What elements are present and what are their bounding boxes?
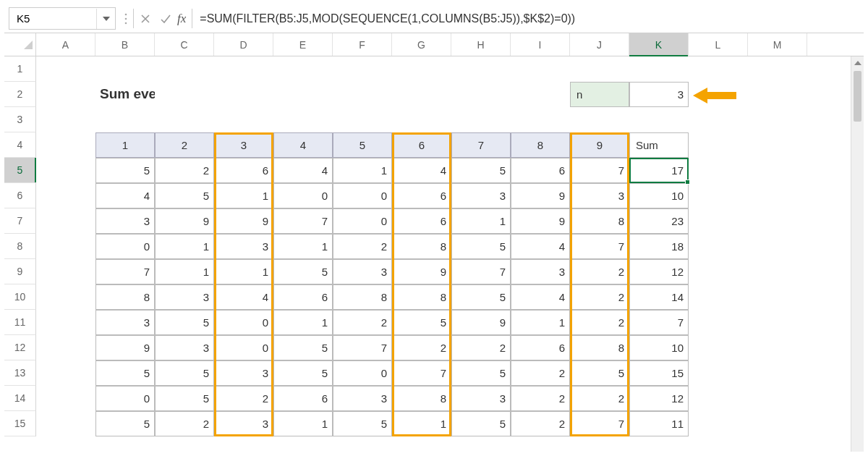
- cell-I6[interactable]: 9: [511, 183, 570, 208]
- cell-K3[interactable]: [629, 107, 689, 132]
- cell-I8[interactable]: 4: [511, 234, 570, 259]
- cell-K9[interactable]: 12: [629, 259, 689, 284]
- cell-M6[interactable]: [748, 183, 807, 208]
- cell-A2[interactable]: [36, 82, 95, 107]
- cell-C5[interactable]: 2: [155, 158, 214, 183]
- cell-K11[interactable]: 7: [629, 310, 689, 335]
- cell-G7[interactable]: 6: [392, 208, 451, 234]
- cell-J14[interactable]: 2: [570, 386, 629, 411]
- cell-H6[interactable]: 3: [451, 183, 511, 208]
- cell-I9[interactable]: 3: [511, 259, 570, 284]
- cell-M7[interactable]: [748, 208, 807, 234]
- cell-A7[interactable]: [36, 208, 95, 234]
- cell-J1[interactable]: [570, 56, 629, 82]
- row-header-3[interactable]: 3: [4, 107, 36, 132]
- row-header-8[interactable]: 8: [4, 234, 36, 259]
- cell-A12[interactable]: [36, 335, 95, 360]
- cell-M11[interactable]: [748, 310, 807, 335]
- cell-H5[interactable]: 5: [451, 158, 511, 183]
- cell-H13[interactable]: 5: [451, 360, 511, 386]
- cell-G10[interactable]: 8: [392, 284, 451, 310]
- row-header-6[interactable]: 6: [4, 183, 36, 208]
- cell-B7[interactable]: 3: [95, 208, 155, 234]
- cell-A14[interactable]: [36, 386, 95, 411]
- cell-C10[interactable]: 3: [155, 284, 214, 310]
- cell-I7[interactable]: 9: [511, 208, 570, 234]
- cell-D12[interactable]: 0: [214, 335, 273, 360]
- cell-A6[interactable]: [36, 183, 95, 208]
- cell-L2[interactable]: [689, 82, 748, 107]
- cell-J9[interactable]: 2: [570, 259, 629, 284]
- name-box-dropdown[interactable]: [96, 9, 115, 29]
- page-title[interactable]: Sum every nth column: [95, 82, 155, 107]
- cell-M4[interactable]: [748, 132, 807, 158]
- row-header-5[interactable]: 5: [4, 158, 36, 183]
- cell-E7[interactable]: 7: [273, 208, 333, 234]
- row-header-1[interactable]: 1: [4, 56, 36, 82]
- cell-F10[interactable]: 8: [333, 284, 392, 310]
- cell-D2[interactable]: [214, 82, 273, 107]
- cell-G1[interactable]: [392, 56, 451, 82]
- table-header-5[interactable]: 5: [333, 132, 392, 158]
- col-header-M[interactable]: M: [748, 33, 807, 56]
- cell-E3[interactable]: [273, 107, 333, 132]
- col-header-D[interactable]: D: [214, 33, 273, 56]
- cell-H2[interactable]: [451, 82, 511, 107]
- cell-K14[interactable]: 12: [629, 386, 689, 411]
- cell-A4[interactable]: [36, 132, 95, 158]
- cell-C7[interactable]: 9: [155, 208, 214, 234]
- cell-M13[interactable]: [748, 360, 807, 386]
- cell-M12[interactable]: [748, 335, 807, 360]
- cell-F11[interactable]: 2: [333, 310, 392, 335]
- cell-M8[interactable]: [748, 234, 807, 259]
- row-header-15[interactable]: 15: [4, 411, 36, 436]
- cell-G6[interactable]: 6: [392, 183, 451, 208]
- cell-H12[interactable]: 2: [451, 335, 511, 360]
- cell-E12[interactable]: 5: [273, 335, 333, 360]
- row-header-2[interactable]: 2: [4, 82, 36, 107]
- cell-D14[interactable]: 2: [214, 386, 273, 411]
- cell-C1[interactable]: [155, 56, 214, 82]
- cell-J11[interactable]: 2: [570, 310, 629, 335]
- cell-H9[interactable]: 7: [451, 259, 511, 284]
- row-header-14[interactable]: 14: [4, 386, 36, 411]
- cell-F12[interactable]: 7: [333, 335, 392, 360]
- cell-C11[interactable]: 5: [155, 310, 214, 335]
- cell-K15[interactable]: 11: [629, 411, 689, 436]
- cell-E2[interactable]: [273, 82, 333, 107]
- cell-G11[interactable]: 5: [392, 310, 451, 335]
- cell-F8[interactable]: 2: [333, 234, 392, 259]
- cell-F13[interactable]: 0: [333, 360, 392, 386]
- cell-L15[interactable]: [689, 411, 748, 436]
- col-header-H[interactable]: H: [451, 33, 511, 56]
- cell-A5[interactable]: [36, 158, 95, 183]
- cell-J5[interactable]: 7: [570, 158, 629, 183]
- col-header-I[interactable]: I: [511, 33, 570, 56]
- cell-F5[interactable]: 1: [333, 158, 392, 183]
- cell-H1[interactable]: [451, 56, 511, 82]
- cell-I15[interactable]: 2: [511, 411, 570, 436]
- cell-B14[interactable]: 0: [95, 386, 155, 411]
- cell-K8[interactable]: 18: [629, 234, 689, 259]
- col-header-J[interactable]: J: [570, 33, 629, 56]
- table-header-4[interactable]: 4: [273, 132, 333, 158]
- cell-E9[interactable]: 5: [273, 259, 333, 284]
- cell-B15[interactable]: 5: [95, 411, 155, 436]
- cell-D1[interactable]: [214, 56, 273, 82]
- cell-H14[interactable]: 3: [451, 386, 511, 411]
- cell-F1[interactable]: [333, 56, 392, 82]
- col-header-F[interactable]: F: [333, 33, 392, 56]
- cell-J10[interactable]: 2: [570, 284, 629, 310]
- table-header-9[interactable]: 9: [570, 132, 629, 158]
- cell-G13[interactable]: 7: [392, 360, 451, 386]
- cell-F14[interactable]: 3: [333, 386, 392, 411]
- cell-J8[interactable]: 7: [570, 234, 629, 259]
- cell-L1[interactable]: [689, 56, 748, 82]
- cell-D15[interactable]: 3: [214, 411, 273, 436]
- cell-M1[interactable]: [748, 56, 807, 82]
- cell-F2[interactable]: [333, 82, 392, 107]
- cell-E13[interactable]: 5: [273, 360, 333, 386]
- cell-K1[interactable]: [629, 56, 689, 82]
- cell-L12[interactable]: [689, 335, 748, 360]
- cell-L5[interactable]: [689, 158, 748, 183]
